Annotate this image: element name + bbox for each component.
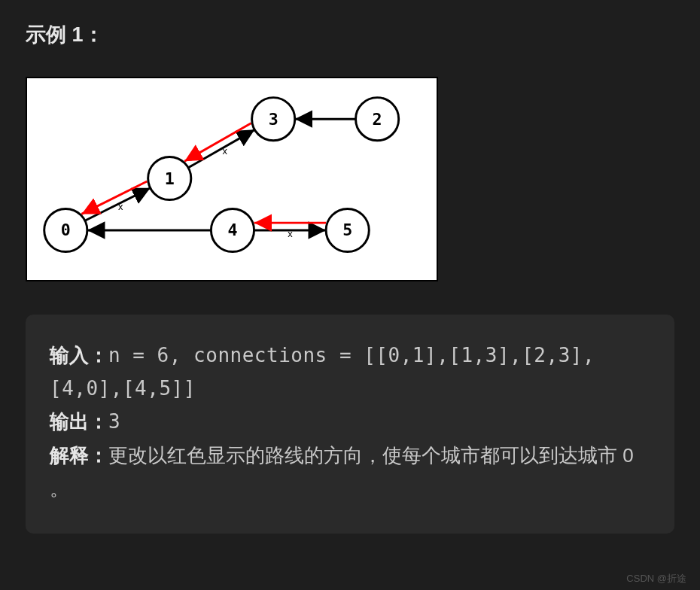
graph-svg: xxx 012345 xyxy=(27,78,437,280)
output-label: 输出： xyxy=(50,410,108,433)
edge-x-mark: x xyxy=(288,228,293,239)
output-line: 输出：3 xyxy=(50,405,650,438)
edge-red xyxy=(184,123,251,161)
output-value: 3 xyxy=(108,410,120,433)
graph-node-label: 5 xyxy=(342,220,352,239)
graph-node-1: 1 xyxy=(148,157,191,199)
edge-black xyxy=(188,129,254,167)
edge-red xyxy=(81,181,147,214)
graph-node-0: 0 xyxy=(44,208,87,251)
graph-node-label: 0 xyxy=(61,220,71,239)
graph-node-label: 4 xyxy=(227,220,237,239)
input-line: 输入：n = 6, connections = [[0,1],[1,3],[2,… xyxy=(50,339,650,405)
graph-node-label: 3 xyxy=(269,110,278,129)
edge-x-mark: x xyxy=(118,201,123,212)
watermark: CSDN @折途 xyxy=(626,572,686,585)
example-code-block: 输入：n = 6, connections = [[0,1],[1,3],[2,… xyxy=(26,315,674,534)
example-heading: 示例 1： xyxy=(26,21,674,48)
graph-node-5: 5 xyxy=(326,208,369,251)
graph-node-label: 2 xyxy=(373,110,382,129)
graph-node-3: 3 xyxy=(252,98,295,141)
graph-diagram: xxx 012345 xyxy=(26,77,438,281)
input-value: n = 6, connections = [[0,1],[1,3],[2,3],… xyxy=(50,344,595,400)
input-label: 输入： xyxy=(50,344,108,366)
edge-x-mark: x xyxy=(222,145,227,157)
explain-value: 更改以红色显示的路线的方向，使每个城市都可以到达城市 0 。 xyxy=(50,444,634,500)
graph-node-label: 1 xyxy=(165,169,175,188)
explain-label: 解释： xyxy=(50,444,108,467)
graph-node-2: 2 xyxy=(356,98,399,141)
graph-node-4: 4 xyxy=(211,208,254,251)
explain-line: 解释：更改以红色显示的路线的方向，使每个城市都可以到达城市 0 。 xyxy=(50,439,650,505)
